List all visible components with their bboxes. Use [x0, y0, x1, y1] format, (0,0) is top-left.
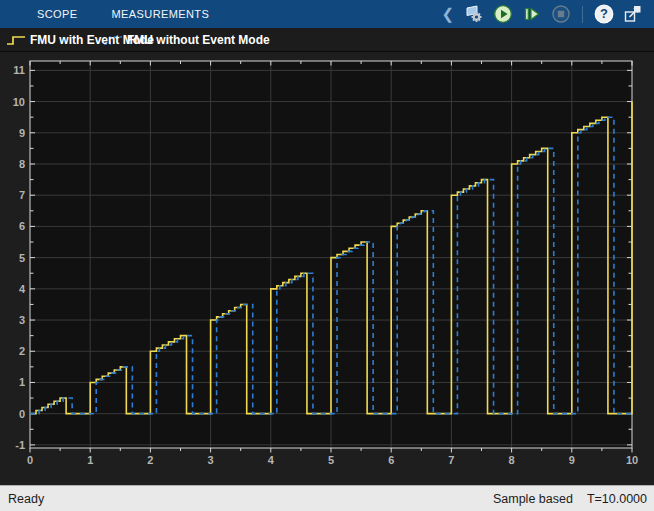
x-tick-label: 3 [208, 454, 214, 466]
stop-icon [551, 4, 571, 24]
toolbar: SCOPE MEASUREMENTS ❮ [0, 0, 654, 28]
legend-bar: FMU without Event Mode FMU with Event Mo… [0, 28, 654, 52]
x-tick-label: 6 [388, 454, 394, 466]
y-tick-label: 10 [13, 96, 25, 108]
y-tick-label: 8 [19, 158, 25, 170]
y-tick-label: 1 [19, 376, 25, 388]
step-forward-button[interactable] [521, 2, 543, 26]
tab-measurements[interactable]: MEASUREMENTS [95, 0, 227, 28]
chart-svg: 012345678910-101234567891011 [0, 52, 654, 485]
y-tick-label: 0 [19, 408, 25, 420]
step-forward-icon [522, 4, 542, 24]
scope-settings-gear-icon [464, 4, 484, 24]
x-tick-label: 0 [27, 454, 33, 466]
toolbar-actions: ❮ [441, 2, 654, 26]
x-tick-label: 7 [448, 454, 454, 466]
chevron-left-icon[interactable]: ❮ [441, 2, 454, 26]
status-bar: Ready Sample based T=10.0000 [0, 485, 654, 511]
y-tick-label: -1 [15, 439, 25, 451]
help-icon: ? [593, 3, 615, 25]
pop-out-window-icon [623, 4, 643, 24]
y-tick-label: 4 [19, 283, 26, 295]
x-tick-label: 9 [569, 454, 575, 466]
tab-scope[interactable]: SCOPE [20, 0, 95, 28]
y-tick-label: 6 [19, 220, 25, 232]
x-tick-label: 8 [509, 454, 515, 466]
y-tick-label: 11 [13, 64, 25, 76]
tab-bar: SCOPE MEASUREMENTS [0, 0, 226, 28]
toolbar-separator [582, 6, 583, 23]
run-play-icon [493, 4, 513, 24]
y-tick-label: 2 [19, 345, 25, 357]
y-tick-label: 5 [19, 252, 25, 264]
x-tick-label: 2 [147, 454, 153, 466]
run-button[interactable] [492, 2, 514, 26]
stop-button[interactable] [550, 2, 572, 26]
legend-entry-fmu-with-event-mode[interactable]: FMU with Event Mode [6, 33, 154, 47]
y-tick-label: 3 [19, 314, 25, 326]
x-tick-label: 10 [626, 454, 638, 466]
x-tick-label: 4 [268, 454, 275, 466]
scope-settings-button[interactable] [463, 2, 485, 26]
status-ready-text: Ready [0, 492, 44, 506]
x-tick-label: 1 [87, 454, 93, 466]
x-tick-label: 5 [328, 454, 334, 466]
y-tick-label: 7 [19, 189, 25, 201]
pop-out-button[interactable] [622, 2, 644, 26]
scope-window: SCOPE MEASUREMENTS ❮ [0, 0, 654, 511]
status-sample-mode-text: Sample based [493, 492, 573, 506]
legend-line-solid-icon [6, 34, 26, 46]
legend-label: FMU with Event Mode [30, 33, 154, 47]
svg-text:?: ? [600, 6, 608, 21]
help-button[interactable]: ? [593, 2, 615, 26]
status-time-text: T=10.0000 [587, 492, 647, 506]
plot-panel[interactable]: 012345678910-101234567891011 [0, 52, 654, 485]
y-tick-label: 9 [19, 127, 25, 139]
